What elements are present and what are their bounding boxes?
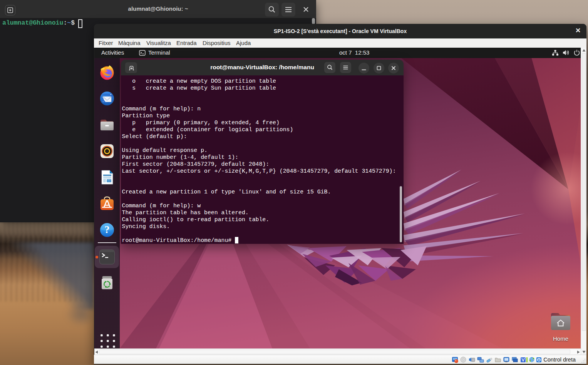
svg-text:?: ? [104, 224, 110, 235]
